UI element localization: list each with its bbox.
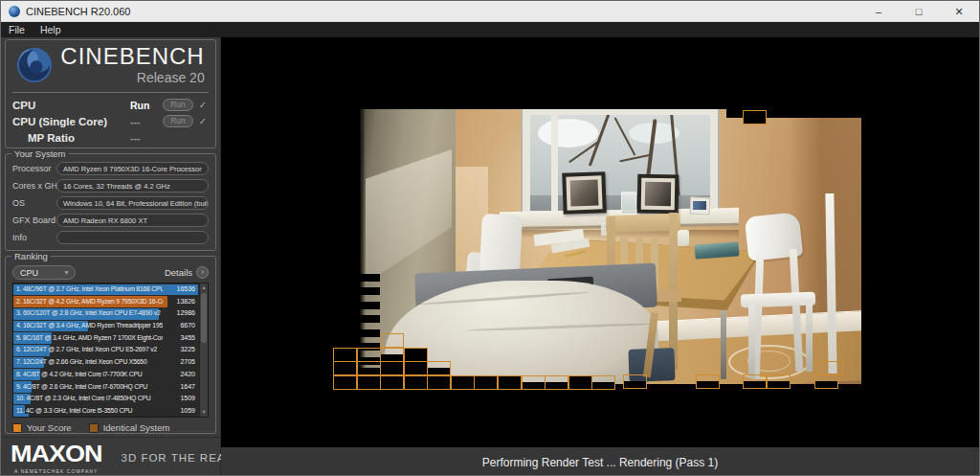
render-progress-stripe [357,329,380,337]
render-bucket [380,333,404,348]
ranking-row-score: 16536 [177,283,195,296]
scroll-down-icon[interactable]: ▼ [200,408,208,417]
cpu-single-run-button[interactable]: Run [163,115,193,127]
cinebench-logo: CINEBENCH Release 20 [12,45,209,85]
benchmark-group: CINEBENCH Release 20 CPU Run Run ✓ CPU (… [5,39,216,148]
ranking-row-label: 11. 4C @ 3.3 GHz, Intel Core i5-3550 CPU [13,405,163,418]
system-row-cores: Cores x GHz 16 Cores, 32 Threads @ 4.2 G… [12,179,209,193]
render-bucket [696,374,720,389]
render-bucket [743,374,767,389]
ranking-row-label: 8. 4C/8T @ 4.2 GHz, Intel Core i7-7700K … [13,369,163,381]
os-label: OS [12,198,56,208]
ranking-row-score: 13826 [177,296,195,308]
minimize-button[interactable]: – [858,1,899,22]
ranking-group: Ranking CPU ▼ Details › 1. 48C/96T @ 2.7… [5,256,216,434]
ranking-row-score: 2705 [180,356,195,369]
ranking-row[interactable]: 5. 8C/16T @ 3.4 GHz, AMD Ryzen 7 1700X E… [13,332,198,345]
cpu-check-icon: ✓ [197,100,209,110]
system-row-os: OS Windows 10, 64 Bit, Professional Edit… [12,196,209,210]
menu-help[interactable]: Help [33,22,69,37]
menubar: File Help [1,22,979,37]
ranking-row-score: 3225 [180,344,195,356]
ranking-row-label: 3. 60C/120T @ 2.8 GHz, Intel Xeon CPU E7… [13,307,163,320]
render-bucket [591,375,615,390]
ranking-row-score: 1509 [180,393,195,405]
ranking-row-score: 12986 [177,307,195,320]
render-bucket [545,375,568,390]
processor-field: AMD Ryzen 9 7950X3D 16-Core Processor [56,162,209,175]
render-progress-stripe [357,287,380,295]
ranking-row[interactable]: 10. 4C/8T @ 2.3 GHz, Intel Core i7-4850H… [13,393,198,405]
maxon-name: MAXON [11,442,102,466]
ranking-row-label: 2. 16C/32T @ 4.2 GHz, AMD Ryzen 9 7950X3… [13,296,163,308]
maximize-button[interactable]: □ [899,1,939,22]
ranking-row[interactable]: 9. 4C/8T @ 2.6 GHz, Intel Core i7-6700HQ… [13,381,198,394]
logo-subtitle: Release 20 [60,70,204,85]
details-button[interactable]: › [196,266,209,279]
render-viewport: Performing Render Test ... Rendering (Pa… [221,37,979,476]
render-bucket [404,361,428,375]
your-score-swatch [12,423,22,433]
render-bucket [380,348,404,362]
ranking-row[interactable]: 2. 16C/32T @ 4.2 GHz, AMD Ryzen 9 7950X3… [13,296,198,308]
ranking-row[interactable]: 4. 16C/32T @ 3.4 GHz, AMD Ryzen Threadri… [13,320,198,332]
cpu-label: CPU [12,100,130,111]
close-button[interactable]: ✕ [939,1,979,22]
ranking-row-label: 7. 12C/24T @ 2.66 GHz, Intel Xeon CPU X5… [13,356,163,369]
mp-ratio-value: --- [130,132,159,144]
scrollbar-thumb[interactable] [201,293,207,343]
render-bucket [814,374,838,389]
ranking-row-score: 2420 [180,369,195,381]
menu-file[interactable]: File [1,22,33,37]
cpu-run-button[interactable]: Run [163,99,193,111]
your-system-group: Your System Processor AMD Ryzen 9 7950X3… [5,153,216,251]
ranking-row[interactable]: 7. 12C/24T @ 2.66 GHz, Intel Xeon CPU X5… [13,356,198,369]
render-bucket [357,348,381,362]
ranking-list: 1. 48C/96T @ 2.7 GHz, Intel Xeon Platinu… [12,283,209,418]
render-bucket [427,375,451,390]
cinebench-logo-icon [16,47,53,83]
scroll-up-icon[interactable]: ▲ [200,283,208,292]
render-bucket [498,375,522,390]
system-row-info: Info [12,231,209,244]
ranking-row[interactable]: 11. 4C @ 3.3 GHz, Intel Core i5-3550 CPU… [13,405,198,418]
render-bucket [623,374,647,389]
identical-system-swatch [89,423,99,433]
ranking-title: Ranking [11,251,51,261]
render-bucket [427,361,451,375]
ranking-row-score: 1059 [180,405,195,418]
render-bucket [404,348,428,362]
ranking-row-label: 9. 4C/8T @ 2.6 GHz, Intel Core i7-6700HQ… [13,381,163,394]
ranking-row-partial [13,414,29,417]
maxon-subtitle: A NEMETSCHEK COMPANY [11,468,102,474]
os-field: Windows 10, 64 Bit, Professional Edition… [56,196,209,210]
divider [12,92,209,93]
render-bucket [333,375,357,390]
ranking-row[interactable]: 1. 48C/96T @ 2.7 GHz, Intel Xeon Platinu… [13,283,198,296]
render-bucket [357,361,381,375]
mp-ratio-label: MP Ratio [12,132,130,144]
system-row-processor: Processor AMD Ryzen 9 7950X3D 16-Core Pr… [12,162,209,175]
ranking-row[interactable]: 8. 4C/8T @ 4.2 GHz, Intel Core i7-7700K … [13,369,198,381]
cinebench-window: CINEBENCH R20.060 – □ ✕ File Help [0,0,980,476]
ranking-scrollbar[interactable]: ▲ ▼ [199,283,208,417]
ranking-row[interactable]: 3. 60C/120T @ 2.8 GHz, Intel Xeon CPU E7… [13,307,198,320]
ranking-row-score: 1647 [180,381,195,394]
gfx-field: AMD Radeon RX 6800 XT [56,214,209,227]
ranking-row-label: 4. 16C/32T @ 3.4 GHz, AMD Ryzen Threadri… [13,320,163,332]
system-row-gfx: GFX Board AMD Radeon RX 6800 XT [12,214,209,227]
ranking-filter-select[interactable]: CPU ▼ [12,265,76,280]
identical-system-label: Identical System [103,422,170,433]
ranking-legend: Your Score Identical System [12,422,209,433]
render-bucket [767,374,791,389]
ranking-row-score: 3455 [180,332,195,345]
branding-bar: MAXON A NEMETSCHEK COMPANY 3D FOR THE RE… [1,437,220,476]
render-bucket [522,375,546,390]
render-progress-stripe [357,274,380,282]
benchmark-row-cpu: CPU Run Run ✓ [12,97,209,113]
ranking-row[interactable]: 6. 12C/24T @ 2.7 GHz, Intel Xeon CPU E5-… [13,344,198,356]
benchmark-row-mp-ratio: MP Ratio --- [12,129,209,146]
render-bucket [357,375,381,390]
sidebar: CINEBENCH Release 20 CPU Run Run ✓ CPU (… [1,37,221,476]
status-bar: Performing Render Test ... Rendering (Pa… [221,447,979,476]
